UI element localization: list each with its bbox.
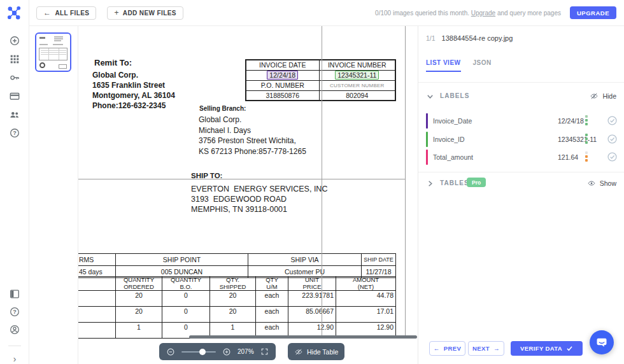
page-indicator: 1/1 — [426, 34, 436, 42]
upgrade-link[interactable]: Upgrade — [471, 10, 495, 17]
file-thumbnail[interactable] — [35, 32, 71, 72]
billing-card-icon[interactable] — [9, 90, 20, 102]
labels-title: LABELS — [440, 92, 470, 99]
item-row: 20 0 20 each 223.91781 44.78 — [78, 291, 396, 307]
support-help-icon[interactable]: ? — [9, 306, 20, 318]
approve-check-icon[interactable] — [607, 134, 618, 144]
tab-json[interactable]: JSON — [473, 59, 492, 72]
left-icon-rail: ? ? › — [0, 0, 29, 364]
prev-button[interactable]: ← PREV — [429, 341, 465, 356]
terms-table: RMS SHIP POINT SHIP VIA SHIP DATE 45 day… — [78, 253, 396, 278]
label-name: Invoice_Date — [433, 117, 472, 125]
zoom-slider[interactable] — [181, 351, 216, 353]
approve-check-icon[interactable] — [607, 115, 618, 126]
next-button[interactable]: NEXT → — [468, 341, 504, 356]
thumbnail-sketch — [39, 37, 45, 39]
eye-icon — [587, 179, 596, 188]
hide-table-label: Hide Table — [307, 348, 338, 356]
invoice-info-table: INVOICE DATE INVOICE NUMBER 12/24/18 123… — [245, 59, 396, 101]
tables-section-header: TABLES Pro Show — [418, 179, 624, 189]
divider — [418, 172, 624, 172]
filename: 138844554-re copy.jpg — [442, 34, 513, 42]
svg-text:?: ? — [13, 309, 17, 315]
rail-divider — [8, 346, 21, 346]
zoom-toolbar: 207% — [159, 343, 276, 360]
invoice-date-highlight[interactable]: 12/24/18 — [267, 71, 298, 80]
pagination-nav: ← PREV NEXT → VERIFY DATA — [429, 341, 583, 356]
zoom-slider-knob[interactable] — [199, 349, 206, 355]
remit-to-heading: Remit To: — [94, 58, 132, 67]
tables-title: TABLES — [440, 179, 469, 186]
item-row: 20 0 20 each 85.06667 17.01 — [78, 307, 396, 323]
tab-list-view[interactable]: LIST VIEW — [426, 59, 461, 72]
help-icon[interactable]: ? — [9, 127, 20, 139]
add-new-files-label: ADD NEW FILES — [123, 10, 176, 17]
thumbnail-column — [29, 26, 78, 364]
quota-text: 0/100 images queried this month. Upgrade… — [375, 10, 561, 17]
eye-off-icon — [590, 92, 599, 101]
nanonets-logo[interactable] — [7, 6, 22, 20]
selling-branch-block: Global Corp. Michael I. Days 3756 Presto… — [199, 115, 306, 157]
chat-bubble-icon — [595, 336, 608, 349]
verify-data-button[interactable]: VERIFY DATA — [511, 341, 583, 356]
plus-icon: + — [114, 8, 118, 17]
ship-to-block: EVERTON ENERGY SERVICES, INC 3193 EDGEWO… — [191, 184, 327, 214]
top-bar: ← ALL FILES + ADD NEW FILES 0/100 images… — [29, 0, 624, 26]
prev-arrow-icon: ← — [434, 345, 440, 352]
add-new-files-button[interactable]: + ADD NEW FILES — [107, 6, 183, 20]
team-users-icon[interactable] — [9, 109, 20, 120]
label-name: Total_amount — [433, 153, 473, 161]
crosshair-vertical-line — [322, 26, 322, 336]
extraction-panel: 1/1 138844554-re copy.jpg LIST VIEW JSON… — [418, 26, 624, 364]
approve-check-icon[interactable] — [607, 151, 618, 162]
thumbnail-stamp — [39, 62, 45, 68]
account-icon[interactable] — [9, 324, 20, 335]
hide-table-button[interactable]: Hide Table — [288, 343, 344, 360]
api-keys-icon[interactable] — [9, 72, 20, 83]
next-arrow-icon: → — [493, 345, 500, 352]
back-arrow-icon: ← — [43, 8, 51, 17]
divider — [418, 82, 624, 83]
pro-badge: Pro — [467, 178, 486, 187]
docs-book-icon[interactable] — [9, 288, 20, 300]
selling-branch-heading: Selling Branch: — [199, 105, 246, 112]
label-row-invoice-id[interactable]: Invoice_ID 12345321-11 — [426, 131, 617, 148]
document-canvas[interactable]: Remit To: Global Corp. 1635 Franklin Str… — [78, 26, 417, 364]
upgrade-button[interactable]: UPGRADE — [570, 6, 616, 19]
line-items-table: QUANTITY ORDERED QUANTITY B.O. QTY. SHIP… — [78, 276, 396, 339]
show-tables-toggle[interactable]: Show — [587, 179, 616, 188]
zoom-in-icon[interactable] — [222, 347, 231, 356]
invoice-number-highlight[interactable]: 12345321-11 — [335, 71, 379, 80]
label-name: Invoice_ID — [433, 136, 465, 143]
label-value[interactable]: 12345321-11 — [558, 136, 597, 143]
apps-grid-icon[interactable] — [9, 53, 20, 65]
eye-off-icon — [294, 347, 303, 356]
label-row-invoice-date[interactable]: Invoice_Date 12/24/18 — [426, 113, 617, 129]
confidence-dots-menu[interactable] — [585, 151, 588, 162]
labels-section-header: LABELS Hide — [418, 92, 624, 102]
chevron-down-icon[interactable] — [426, 92, 434, 101]
label-color-bar — [426, 150, 428, 165]
zoom-level: 207% — [238, 348, 254, 355]
svg-text:?: ? — [13, 130, 17, 136]
confidence-dots-menu[interactable] — [585, 134, 588, 144]
add-icon[interactable] — [9, 35, 20, 46]
check-icon — [566, 345, 573, 352]
label-color-bar — [426, 132, 428, 147]
label-value[interactable]: 121.64 — [558, 153, 578, 161]
all-files-label: ALL FILES — [55, 10, 89, 17]
horizontal-scrollbar[interactable] — [189, 335, 417, 339]
label-color-bar — [426, 113, 428, 129]
all-files-button[interactable]: ← ALL FILES — [36, 6, 96, 20]
hide-labels-toggle[interactable]: Hide — [590, 92, 616, 101]
remit-to-block: Global Corp. 1635 Franklin Street Montgo… — [92, 70, 175, 111]
chat-launcher[interactable] — [590, 330, 614, 354]
zoom-out-icon[interactable] — [166, 347, 175, 356]
confidence-dots-menu[interactable] — [585, 115, 588, 125]
collapse-sidebar-icon[interactable]: › — [13, 354, 17, 364]
crosshair-horizontal-line — [70, 179, 406, 179]
chevron-right-icon[interactable] — [426, 179, 434, 188]
label-row-total-amount[interactable]: Total_amount 121.64 — [426, 149, 617, 165]
label-value[interactable]: 12/24/18 — [558, 117, 584, 125]
fullscreen-icon[interactable] — [260, 347, 269, 356]
